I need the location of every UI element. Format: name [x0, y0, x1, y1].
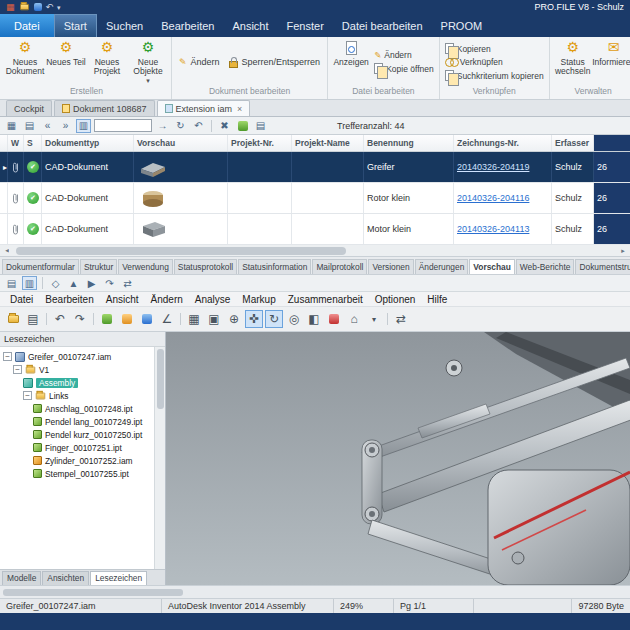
- compare-icon[interactable]: [392, 310, 410, 328]
- menu-zusammenarbeit[interactable]: Zusammenarbeit: [282, 294, 369, 305]
- menu-analyse[interactable]: Analyse: [189, 294, 237, 305]
- view-file-button[interactable]: Anzeigen: [331, 38, 371, 86]
- edit-document-button[interactable]: Ändern: [175, 55, 224, 69]
- header-zeichnungs-nr[interactable]: Zeichnungs-Nr.: [454, 135, 552, 151]
- section-tool-icon[interactable]: [329, 314, 339, 324]
- tree-item-links[interactable]: Links: [3, 389, 154, 402]
- orbit-icon[interactable]: [265, 310, 283, 328]
- tab-extension-iam[interactable]: Extension iam ×: [157, 100, 251, 116]
- quick-access-dropdown-icon[interactable]: [57, 4, 61, 11]
- tab-struktur[interactable]: Struktur: [80, 259, 117, 274]
- collapse-icon[interactable]: [13, 365, 22, 374]
- tab-dokumentformular[interactable]: Dokumentformular: [2, 259, 79, 274]
- preview-horizontal-scrollbar[interactable]: [0, 585, 630, 598]
- scrollbar-thumb[interactable]: [16, 247, 346, 255]
- redo-icon[interactable]: [102, 276, 117, 290]
- zoom-icon[interactable]: [225, 310, 243, 328]
- table-row[interactable]: CAD-Dokument Rotor klein 20140326-204116…: [0, 183, 630, 214]
- tab-versionen[interactable]: Versionen: [368, 259, 413, 274]
- scrollbar-thumb[interactable]: [3, 589, 183, 596]
- table-row[interactable]: CAD-Dokument Motor klein 20140326-204113…: [0, 214, 630, 245]
- scroll-right-icon[interactable]: [618, 247, 628, 255]
- grid-view-icon[interactable]: [4, 119, 19, 133]
- cad-viewport[interactable]: [166, 332, 630, 585]
- tab-dokument-108687[interactable]: Dokument 108687: [54, 100, 155, 116]
- undo-icon[interactable]: [46, 3, 54, 12]
- new-objects-button[interactable]: Neue Objekte: [128, 38, 168, 86]
- tab-statusinformation[interactable]: Statusinformation: [238, 259, 311, 274]
- zoom-all-icon[interactable]: [185, 310, 203, 328]
- collapse-icon[interactable]: [3, 352, 12, 361]
- menu-hilfe[interactable]: Hilfe: [421, 294, 453, 305]
- redo-icon[interactable]: [71, 310, 89, 328]
- pan-icon[interactable]: [245, 310, 263, 328]
- form-view-icon[interactable]: [4, 276, 19, 290]
- header-projekt-name[interactable]: Projekt-Name: [292, 135, 364, 151]
- preview-layout-icon[interactable]: [22, 276, 37, 290]
- table-row[interactable]: CAD-Dokument Greifer 20140326-204119 Sch…: [0, 152, 630, 183]
- save-icon[interactable]: [34, 3, 42, 11]
- menu-bearbeiten[interactable]: Bearbeiten: [39, 294, 99, 305]
- search-input[interactable]: [94, 119, 152, 132]
- print-icon[interactable]: [24, 310, 42, 328]
- tab-verwendung[interactable]: Verwendung: [118, 259, 173, 274]
- tree-item-part[interactable]: Finger_00107251.ipt: [3, 441, 154, 454]
- menu-markup[interactable]: Markup: [236, 294, 281, 305]
- toolbar-overflow-icon[interactable]: [365, 310, 383, 328]
- collapse-icon[interactable]: [23, 391, 32, 400]
- clear-icon[interactable]: [217, 119, 232, 133]
- tab-start[interactable]: Start: [54, 14, 97, 37]
- new-project-button[interactable]: Neues Projekt: [87, 38, 127, 86]
- dimension-tool-icon[interactable]: [122, 314, 132, 324]
- change-status-button[interactable]: Status wechseln: [553, 38, 593, 86]
- menu-optionen[interactable]: Optionen: [369, 294, 422, 305]
- tab-cockpit[interactable]: Cockpit: [6, 100, 52, 116]
- new-part-button[interactable]: Neues Teil: [46, 38, 86, 86]
- tab-vorschau[interactable]: Vorschau: [469, 259, 515, 274]
- tab-web-berichte[interactable]: Web-Berichte: [516, 259, 575, 274]
- drawing-number-link[interactable]: 20140326-204113: [457, 224, 529, 234]
- lock-unlock-button[interactable]: Sperren/Entsperren: [225, 55, 325, 70]
- tab-statusprotokoll[interactable]: Statusprotokoll: [174, 259, 237, 274]
- scroll-up-icon[interactable]: [66, 276, 81, 290]
- open-icon[interactable]: [20, 4, 29, 10]
- tree-item-part[interactable]: Anschlag_00107248.ipt: [3, 402, 154, 415]
- swap-icon[interactable]: [120, 276, 135, 290]
- annotate-tool-icon[interactable]: [142, 314, 152, 324]
- measure-icon[interactable]: [158, 310, 176, 328]
- expand-panel-icon[interactable]: [58, 119, 73, 133]
- tab-aenderungen[interactable]: Änderungen: [415, 259, 469, 274]
- inform-button[interactable]: Informieren: [594, 38, 630, 86]
- header-erfasser[interactable]: Erfasser: [552, 135, 594, 151]
- copy-button[interactable]: Kopieren: [443, 42, 546, 55]
- print-icon[interactable]: [253, 119, 268, 133]
- tab-lesezeichen[interactable]: Lesezeichen: [90, 571, 147, 585]
- shaded-view-icon[interactable]: [305, 310, 323, 328]
- home-view-icon[interactable]: [345, 310, 363, 328]
- new-document-button[interactable]: Neues Dokument: [5, 38, 45, 86]
- list-view-icon[interactable]: [22, 119, 37, 133]
- drawing-number-link[interactable]: 20140326-204116: [457, 193, 529, 203]
- tree-item-part[interactable]: Pendel kurz_00107250.ipt: [3, 428, 154, 441]
- tree-item-root[interactable]: Greifer_00107247.iam: [3, 350, 154, 363]
- header-benennung[interactable]: Benennung: [364, 135, 454, 151]
- tab-fenster[interactable]: Fenster: [278, 14, 333, 37]
- tree-item-version[interactable]: V1: [3, 363, 154, 376]
- play-icon[interactable]: [84, 276, 99, 290]
- tab-ansichten[interactable]: Ansichten: [42, 571, 89, 585]
- tab-datei-bearbeiten[interactable]: Datei bearbeiten: [333, 14, 432, 37]
- header-vorschau[interactable]: Vorschau: [134, 135, 228, 151]
- menu-aendern[interactable]: Ändern: [145, 294, 189, 305]
- grid-horizontal-scrollbar[interactable]: [0, 245, 630, 257]
- copy-search-criterion-button[interactable]: Suchkriterium kopieren: [443, 69, 546, 82]
- tab-suchen[interactable]: Suchen: [97, 14, 152, 37]
- undo-icon[interactable]: [51, 310, 69, 328]
- undo-filter-icon[interactable]: [191, 119, 206, 133]
- tab-modelle[interactable]: Modelle: [2, 571, 41, 585]
- refresh-results-icon[interactable]: [173, 119, 188, 133]
- go-search-icon[interactable]: [155, 119, 170, 133]
- pin-icon[interactable]: [48, 276, 63, 290]
- tab-bearbeiten[interactable]: Bearbeiten: [152, 14, 223, 37]
- header-extra[interactable]: [594, 135, 630, 151]
- column-layout-icon[interactable]: [76, 119, 91, 133]
